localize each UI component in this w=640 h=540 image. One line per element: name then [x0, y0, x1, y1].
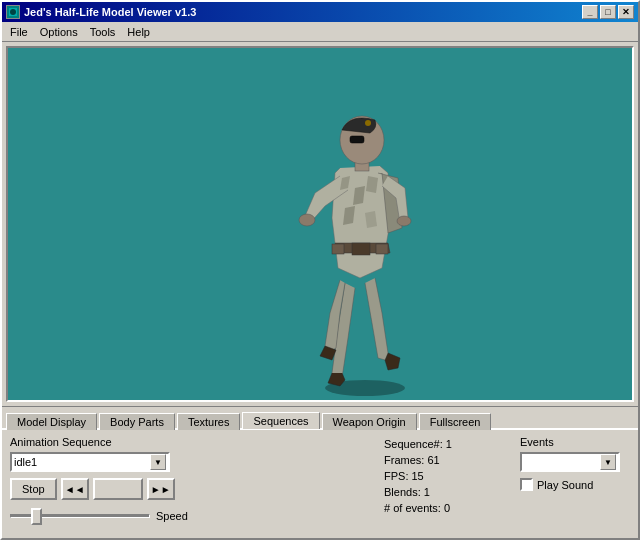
svg-point-2 [10, 9, 16, 15]
title-bar-left: Jed's Half-Life Model Viewer v1.3 [6, 5, 196, 19]
animation-dropdown[interactable]: idle1 ▼ [10, 452, 170, 472]
title-buttons: _ □ ✕ [582, 5, 634, 19]
controls-row: Stop ◄◄ ►► [10, 478, 368, 500]
tab-body-parts[interactable]: Body Parts [99, 413, 175, 430]
svg-rect-5 [332, 244, 344, 254]
info-blends: Blends: 1 [384, 484, 504, 500]
menu-options[interactable]: Options [34, 24, 84, 40]
animation-dropdown-arrow[interactable]: ▼ [150, 454, 166, 470]
tab-sequences[interactable]: Sequences [242, 412, 319, 429]
window-title: Jed's Half-Life Model Viewer v1.3 [24, 6, 196, 18]
speed-label: Speed [156, 510, 188, 522]
tab-weapon-origin[interactable]: Weapon Origin [322, 413, 417, 430]
svg-rect-4 [352, 243, 370, 255]
sequences-content: Animation Sequence idle1 ▼ Stop ◄◄ ►► [10, 436, 630, 526]
main-window: Jed's Half-Life Model Viewer v1.3 _ □ ✕ … [0, 0, 640, 540]
menu-file[interactable]: File [4, 24, 34, 40]
events-dropdown-arrow[interactable]: ▼ [600, 454, 616, 470]
close-button[interactable]: ✕ [618, 5, 634, 19]
tab-textures[interactable]: Textures [177, 413, 241, 430]
play-sound-row: Play Sound [520, 478, 630, 491]
speed-slider[interactable] [10, 506, 150, 526]
menu-bar: File Options Tools Help [2, 22, 638, 42]
svg-rect-6 [376, 244, 388, 254]
events-section: Events ▼ Play Sound [520, 436, 630, 526]
tab-bar: Model Display Body Parts Textures Sequen… [2, 407, 638, 428]
tab-fullscreen[interactable]: Fullscreen [419, 413, 492, 430]
svg-point-7 [299, 214, 315, 226]
info-events: # of events: 0 [384, 500, 504, 516]
slider-row: Speed [10, 506, 368, 526]
title-bar: Jed's Half-Life Model Viewer v1.3 _ □ ✕ [2, 2, 638, 22]
prev-fast-button[interactable]: ◄◄ [61, 478, 89, 500]
animation-section: Animation Sequence idle1 ▼ Stop ◄◄ ►► [10, 436, 368, 526]
tab-model-display[interactable]: Model Display [6, 413, 97, 430]
slider-thumb[interactable] [31, 508, 42, 525]
play-sound-checkbox[interactable] [520, 478, 533, 491]
info-frames: Frames: 61 [384, 452, 504, 468]
svg-rect-12 [350, 136, 364, 143]
info-fps: FPS: 15 [384, 468, 504, 484]
animation-section-label: Animation Sequence [10, 436, 368, 448]
svg-point-8 [397, 216, 411, 226]
viewport[interactable] [6, 46, 634, 402]
events-section-label: Events [520, 436, 630, 448]
menu-tools[interactable]: Tools [84, 24, 122, 40]
app-icon [6, 5, 20, 19]
next-fast-button[interactable]: ►► [147, 478, 175, 500]
info-section: Sequence#: 1 Frames: 61 FPS: 15 Blends: … [384, 436, 504, 526]
model-figure [260, 58, 460, 398]
minimize-button[interactable]: _ [582, 5, 598, 19]
maximize-button[interactable]: □ [600, 5, 616, 19]
play-sound-label: Play Sound [537, 479, 593, 491]
slider-groove [10, 514, 150, 518]
menu-help[interactable]: Help [121, 24, 156, 40]
info-sequence: Sequence#: 1 [384, 436, 504, 452]
stop-button[interactable]: Stop [10, 478, 57, 500]
spacer-control [93, 478, 143, 500]
tab-content-sequences: Animation Sequence idle1 ▼ Stop ◄◄ ►► [2, 428, 638, 538]
tab-panel: Model Display Body Parts Textures Sequen… [2, 406, 638, 538]
events-dropdown[interactable]: ▼ [520, 452, 620, 472]
animation-dropdown-value: idle1 [14, 456, 37, 468]
svg-point-11 [365, 120, 371, 126]
